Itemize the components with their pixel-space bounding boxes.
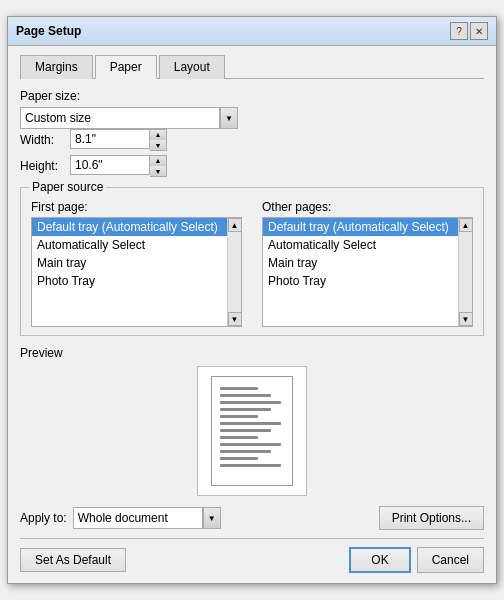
- paper-size-section: Paper size: Custom size ▼ Width: ▲ ▼: [20, 89, 484, 177]
- width-row: Width: ▲ ▼: [20, 129, 484, 151]
- list-item[interactable]: Automatically Select: [32, 236, 241, 254]
- scroll-down-arrow[interactable]: ▼: [459, 312, 473, 326]
- height-input[interactable]: [70, 155, 150, 175]
- dialog-title: Page Setup: [16, 24, 81, 38]
- tab-layout[interactable]: Layout: [159, 55, 225, 79]
- width-down-btn[interactable]: ▼: [150, 140, 166, 150]
- title-bar-controls: ? ✕: [450, 22, 488, 40]
- tab-paper[interactable]: Paper: [95, 55, 157, 79]
- apply-to-label: Apply to:: [20, 511, 67, 525]
- other-pages-col: Other pages: Default tray (Automatically…: [262, 200, 473, 327]
- paper-size-dropdown-icon[interactable]: ▼: [220, 107, 238, 129]
- apply-to-dropdown-icon[interactable]: ▼: [203, 507, 221, 529]
- width-spinner-wrap: ▲ ▼: [70, 129, 167, 151]
- first-page-listbox[interactable]: Default tray (Automatically Select) Auto…: [31, 217, 242, 327]
- preview-line: [220, 464, 281, 467]
- height-label: Height:: [20, 159, 70, 173]
- ok-cancel-buttons: OK Cancel: [349, 547, 484, 573]
- width-label: Width:: [20, 133, 70, 147]
- scroll-up-arrow[interactable]: ▲: [459, 218, 473, 232]
- set-as-default-button[interactable]: Set As Default: [20, 548, 126, 572]
- paper-size-combo-wrap: Custom size ▼: [20, 107, 238, 129]
- preview-line: [220, 401, 281, 404]
- height-spinner-btns: ▲ ▼: [150, 155, 167, 177]
- preview-line: [220, 394, 271, 397]
- preview-section: Preview: [20, 346, 484, 496]
- height-row: Height: ▲ ▼: [20, 155, 484, 177]
- list-item[interactable]: Main tray: [32, 254, 241, 272]
- paper-source-section: Paper source First page: Default tray (A…: [20, 187, 484, 336]
- preview-box: [197, 366, 307, 496]
- first-page-label: First page:: [31, 200, 242, 214]
- first-page-scrollbar[interactable]: ▲ ▼: [227, 218, 241, 326]
- title-bar: Page Setup ? ✕: [8, 17, 496, 46]
- help-button[interactable]: ?: [450, 22, 468, 40]
- paper-size-select[interactable]: Custom size: [20, 107, 220, 129]
- cancel-button[interactable]: Cancel: [417, 547, 484, 573]
- list-item[interactable]: Automatically Select: [263, 236, 472, 254]
- preview-line: [220, 429, 271, 432]
- other-pages-scrollbar[interactable]: ▲ ▼: [458, 218, 472, 326]
- width-input[interactable]: [70, 129, 150, 149]
- scroll-track: [459, 232, 472, 312]
- other-pages-listbox[interactable]: Default tray (Automatically Select) Auto…: [262, 217, 473, 327]
- other-pages-label: Other pages:: [262, 200, 473, 214]
- list-item[interactable]: Main tray: [263, 254, 472, 272]
- apply-to-select[interactable]: Whole document This section This point f…: [73, 507, 203, 529]
- height-down-btn[interactable]: ▼: [150, 166, 166, 176]
- paper-size-label: Paper size:: [20, 89, 484, 103]
- list-item[interactable]: Photo Tray: [32, 272, 241, 290]
- scroll-track: [228, 232, 241, 312]
- preview-line: [220, 408, 271, 411]
- scroll-down-arrow[interactable]: ▼: [228, 312, 242, 326]
- height-up-btn[interactable]: ▲: [150, 156, 166, 166]
- tab-margins[interactable]: Margins: [20, 55, 93, 79]
- preview-line: [220, 457, 258, 460]
- bottom-buttons: Set As Default OK Cancel: [20, 538, 484, 573]
- print-options-button[interactable]: Print Options...: [379, 506, 484, 530]
- scroll-up-arrow[interactable]: ▲: [228, 218, 242, 232]
- preview-page: [211, 376, 293, 486]
- source-columns: First page: Default tray (Automatically …: [31, 200, 473, 327]
- preview-line: [220, 422, 281, 425]
- first-page-col: First page: Default tray (Automatically …: [31, 200, 242, 327]
- paper-source-title: Paper source: [29, 180, 106, 194]
- preview-line: [220, 387, 258, 390]
- preview-line: [220, 450, 271, 453]
- height-spinner-wrap: ▲ ▼: [70, 155, 167, 177]
- list-item[interactable]: Default tray (Automatically Select): [263, 218, 472, 236]
- list-item[interactable]: Default tray (Automatically Select): [32, 218, 241, 236]
- close-button[interactable]: ✕: [470, 22, 488, 40]
- width-up-btn[interactable]: ▲: [150, 130, 166, 140]
- dialog-content: Margins Paper Layout Paper size: Custom …: [8, 46, 496, 583]
- width-spinner-btns: ▲ ▼: [150, 129, 167, 151]
- apply-to-row: Apply to: Whole document This section Th…: [20, 506, 484, 530]
- tabs: Margins Paper Layout: [20, 54, 484, 79]
- paper-size-row: Custom size ▼: [20, 107, 484, 129]
- preview-line: [220, 436, 258, 439]
- apply-to-wrap: Whole document This section This point f…: [73, 507, 221, 529]
- preview-line: [220, 443, 281, 446]
- page-setup-dialog: Page Setup ? ✕ Margins Paper Layout Pape…: [7, 16, 497, 584]
- ok-button[interactable]: OK: [349, 547, 410, 573]
- list-item[interactable]: Photo Tray: [263, 272, 472, 290]
- preview-label: Preview: [20, 346, 484, 360]
- preview-line: [220, 415, 258, 418]
